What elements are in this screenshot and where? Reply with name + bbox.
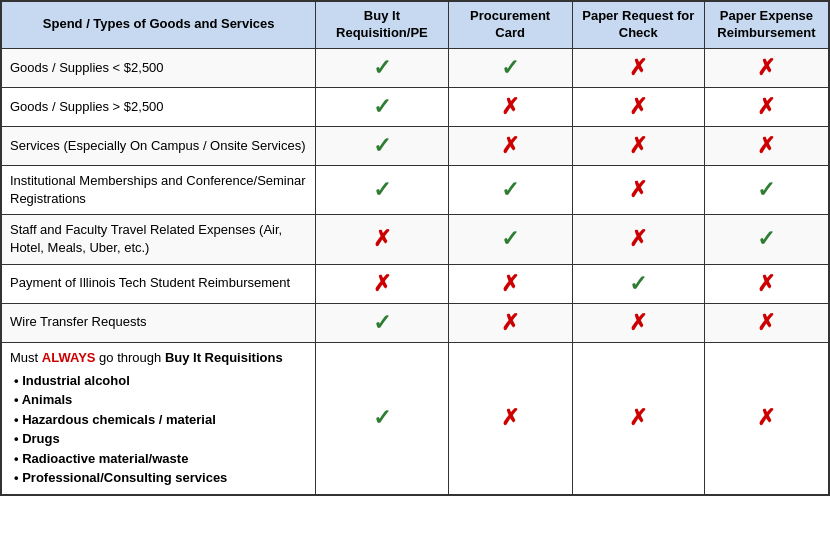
check-cell: ✓ [316,165,448,214]
check-cell: ✓ [704,215,828,264]
header-col0: Spend / Types of Goods and Services [2,2,316,49]
always-keyword: ALWAYS [42,350,96,365]
check-cell: ✓ [448,215,572,264]
table-row: Staff and Faculty Travel Related Expense… [2,215,829,264]
check-cell: ✗ [448,126,572,165]
table-row: Wire Transfer Requests✓✗✗✗ [2,303,829,342]
list-item: Drugs [14,429,307,449]
procurement-table: Spend / Types of Goods and Services Buy … [1,1,829,495]
check-cell: ✗ [704,303,828,342]
check-cell: ✓ [316,87,448,126]
check-cell: ✓ [316,342,448,494]
check-cell: ✓ [316,48,448,87]
check-cell: ✗ [704,264,828,303]
main-table-container: Spend / Types of Goods and Services Buy … [0,0,830,496]
check-cell: ✗ [448,87,572,126]
check-cell: ✗ [572,87,704,126]
category-cell: Goods / Supplies > $2,500 [2,87,316,126]
check-cell: ✓ [316,303,448,342]
header-row: Spend / Types of Goods and Services Buy … [2,2,829,49]
check-cell: ✓ [448,165,572,214]
check-cell: ✗ [572,215,704,264]
check-cell: ✗ [572,342,704,494]
check-cell: ✗ [572,165,704,214]
check-cell: ✓ [316,126,448,165]
check-cell: ✗ [448,264,572,303]
header-col2: Procurement Card [448,2,572,49]
category-cell: Institutional Memberships and Conference… [2,165,316,214]
check-cell: ✗ [704,126,828,165]
table-row: Payment of Illinois Tech Student Reimbur… [2,264,829,303]
category-cell: Staff and Faculty Travel Related Expense… [2,215,316,264]
table-row: Services (Especially On Campus / Onsite … [2,126,829,165]
check-cell: ✓ [704,165,828,214]
check-cell: ✗ [704,87,828,126]
category-cell: Payment of Illinois Tech Student Reimbur… [2,264,316,303]
category-cell: Goods / Supplies < $2,500 [2,48,316,87]
table-row: Goods / Supplies < $2,500✓✓✗✗ [2,48,829,87]
must-always-text: Must ALWAYS go through Buy It Requisitio… [10,349,307,367]
check-cell: ✗ [572,48,704,87]
check-cell: ✗ [704,48,828,87]
check-cell: ✗ [316,264,448,303]
header-col4: Paper Expense Reimbursement [704,2,828,49]
bullet-list: Industrial alcoholAnimalsHazardous chemi… [10,371,307,488]
header-col1: Buy It Requisition/PE [316,2,448,49]
list-item: Animals [14,390,307,410]
check-cell: ✓ [572,264,704,303]
category-cell: Wire Transfer Requests [2,303,316,342]
list-item: Professional/Consulting services [14,468,307,488]
list-item: Radioactive material/waste [14,449,307,469]
category-cell: Must ALWAYS go through Buy It Requisitio… [2,342,316,494]
list-item: Industrial alcohol [14,371,307,391]
list-item: Hazardous chemicals / material [14,410,307,430]
table-row: Goods / Supplies > $2,500✓✗✗✗ [2,87,829,126]
table-row: Must ALWAYS go through Buy It Requisitio… [2,342,829,494]
check-cell: ✗ [448,342,572,494]
check-cell: ✗ [704,342,828,494]
check-cell: ✗ [316,215,448,264]
header-col3: Paper Request for Check [572,2,704,49]
buy-it-requisitions-label: Buy It Requisitions [165,350,283,365]
check-cell: ✗ [448,303,572,342]
category-cell: Services (Especially On Campus / Onsite … [2,126,316,165]
check-cell: ✗ [572,303,704,342]
table-row: Institutional Memberships and Conference… [2,165,829,214]
check-cell: ✗ [572,126,704,165]
check-cell: ✓ [448,48,572,87]
